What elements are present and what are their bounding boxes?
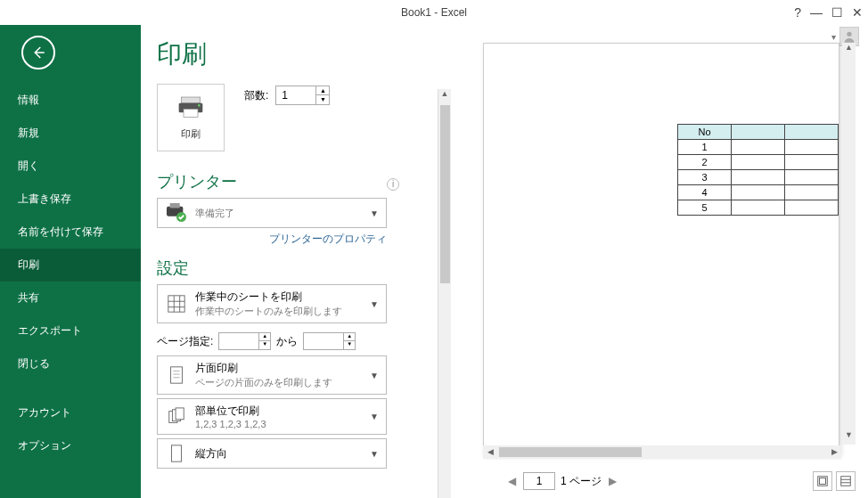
prev-page-button[interactable]: ◀ bbox=[506, 473, 518, 489]
page-range-label: ページ指定: bbox=[157, 334, 213, 349]
copies-input[interactable] bbox=[276, 86, 315, 104]
zoom-to-page-button[interactable] bbox=[836, 471, 856, 491]
copies-spinner[interactable]: ▲ ▼ bbox=[275, 86, 330, 105]
print-preview-area: No 1 2 3 4 5 ▲ ▼ ◀ ▶ ◀ bbox=[467, 37, 868, 498]
printer-status-icon bbox=[165, 203, 188, 223]
spin-up-icon[interactable]: ▲ bbox=[259, 333, 270, 341]
svg-rect-6 bbox=[170, 203, 180, 208]
print-button-label: 印刷 bbox=[181, 127, 201, 141]
single-side-icon bbox=[165, 365, 188, 385]
sidebar-item-new[interactable]: 新規 bbox=[0, 117, 141, 150]
collate-icon bbox=[165, 407, 188, 427]
print-what-selector[interactable]: 作業中のシートを印刷 作業中のシートのみを印刷します ▼ bbox=[157, 284, 387, 323]
svg-rect-20 bbox=[172, 445, 182, 461]
spin-down-icon[interactable]: ▼ bbox=[259, 341, 270, 349]
print-what-sub: 作業中のシートのみを印刷します bbox=[195, 305, 342, 318]
sidebar-item-close[interactable]: 閉じる bbox=[0, 347, 141, 380]
copies-up-icon[interactable]: ▲ bbox=[316, 86, 329, 95]
scroll-thumb[interactable] bbox=[440, 105, 450, 283]
backstage-sidebar: 情報 新規 開く 上書き保存 名前を付けて保存 印刷 共有 エクスポート 閉じる… bbox=[0, 25, 141, 498]
svg-rect-13 bbox=[171, 367, 183, 383]
portrait-icon bbox=[165, 444, 188, 463]
sidebar-item-info[interactable]: 情報 bbox=[0, 84, 141, 117]
page-range-to-label: から bbox=[276, 334, 298, 349]
collate-selector[interactable]: 部単位で印刷 1,2,3 1,2,3 1,2,3 ▼ bbox=[157, 398, 387, 435]
sides-selector[interactable]: 片面印刷 ページの片面のみを印刷します ▼ bbox=[157, 355, 387, 395]
total-pages-label: 1 ページ bbox=[561, 474, 602, 489]
table-row: No bbox=[678, 125, 839, 140]
table-row: 4 bbox=[678, 185, 839, 200]
sheet-icon bbox=[165, 294, 188, 314]
sidebar-item-print[interactable]: 印刷 bbox=[0, 249, 141, 282]
printer-status: 準備完了 bbox=[195, 207, 234, 220]
sidebar-item-account[interactable]: アカウント bbox=[0, 396, 141, 429]
svg-rect-1 bbox=[181, 97, 200, 103]
collate-title: 部単位で印刷 bbox=[195, 404, 266, 419]
chevron-down-icon: ▼ bbox=[370, 449, 379, 459]
copies-down-icon[interactable]: ▼ bbox=[316, 95, 329, 104]
minimize-button[interactable]: — bbox=[810, 5, 823, 20]
printer-selector[interactable]: 準備完了 ▼ bbox=[157, 198, 387, 228]
table-row: 3 bbox=[678, 170, 839, 185]
window-title: Book1 - Excel bbox=[401, 6, 467, 19]
back-button[interactable] bbox=[21, 36, 55, 69]
info-icon[interactable]: i bbox=[387, 178, 399, 191]
svg-point-4 bbox=[198, 104, 201, 107]
preview-vertical-scrollbar[interactable]: ▲ ▼ bbox=[842, 43, 856, 445]
settings-section-title: 設定 bbox=[157, 257, 442, 279]
svg-rect-22 bbox=[820, 478, 826, 485]
chevron-down-icon: ▼ bbox=[370, 371, 379, 380]
help-icon[interactable]: ? bbox=[794, 5, 801, 20]
close-button[interactable]: ✕ bbox=[852, 5, 863, 20]
next-page-button[interactable]: ▶ bbox=[607, 473, 618, 489]
chevron-down-icon: ▼ bbox=[370, 412, 379, 421]
scroll-right-icon[interactable]: ▶ bbox=[827, 445, 841, 459]
orientation-title: 縦方向 bbox=[195, 446, 227, 461]
sides-sub: ページの片面のみを印刷します bbox=[195, 376, 332, 389]
scroll-up-icon[interactable]: ▲ bbox=[438, 89, 451, 103]
table-row: 2 bbox=[678, 155, 839, 170]
chevron-down-icon: ▼ bbox=[370, 299, 379, 309]
scroll-thumb[interactable] bbox=[499, 447, 642, 457]
sidebar-item-share[interactable]: 共有 bbox=[0, 282, 141, 314]
title-bar: Book1 - Excel ? — ☐ ✕ bbox=[0, 0, 868, 25]
page-to-input[interactable] bbox=[304, 333, 343, 349]
scroll-left-icon[interactable]: ◀ bbox=[483, 445, 497, 459]
spin-down-icon[interactable]: ▼ bbox=[344, 341, 355, 349]
sidebar-item-saveas[interactable]: 名前を付けて保存 bbox=[0, 216, 141, 249]
svg-rect-23 bbox=[841, 477, 851, 486]
print-button[interactable]: 印刷 bbox=[157, 84, 225, 151]
preview-horizontal-scrollbar[interactable]: ◀ ▶ bbox=[483, 445, 841, 459]
printer-section-title: プリンター bbox=[157, 171, 237, 192]
printer-properties-link[interactable]: プリンターのプロパティ bbox=[157, 232, 387, 247]
chevron-down-icon: ▼ bbox=[370, 208, 379, 218]
spin-up-icon[interactable]: ▲ bbox=[344, 333, 355, 341]
scroll-up-icon[interactable]: ▲ bbox=[842, 43, 856, 57]
printer-icon bbox=[176, 95, 205, 124]
page-to-spinner[interactable]: ▲▼ bbox=[303, 332, 356, 350]
orientation-selector[interactable]: 縦方向 ▼ bbox=[157, 438, 387, 469]
settings-scrollbar[interactable]: ▲ bbox=[438, 89, 451, 498]
sidebar-item-options[interactable]: オプション bbox=[0, 429, 141, 462]
show-margins-button[interactable] bbox=[813, 471, 832, 491]
page-from-spinner[interactable]: ▲▼ bbox=[218, 332, 271, 350]
print-what-title: 作業中のシートを印刷 bbox=[195, 290, 342, 305]
page-from-input[interactable] bbox=[219, 333, 258, 349]
preview-page: No 1 2 3 4 5 bbox=[483, 43, 839, 455]
print-backstage-main: 印刷 印刷 部数: bbox=[141, 25, 868, 498]
svg-rect-3 bbox=[184, 109, 198, 117]
maximize-button[interactable]: ☐ bbox=[831, 5, 843, 20]
sidebar-item-export[interactable]: エクスポート bbox=[0, 314, 141, 347]
table-row: 5 bbox=[678, 200, 839, 216]
scroll-down-icon[interactable]: ▼ bbox=[842, 430, 856, 445]
svg-rect-8 bbox=[168, 296, 184, 312]
page-title: 印刷 bbox=[157, 37, 442, 71]
preview-table: No 1 2 3 4 5 bbox=[677, 124, 839, 216]
table-row: 1 bbox=[678, 140, 839, 155]
copies-label: 部数: bbox=[244, 88, 268, 103]
svg-rect-19 bbox=[176, 407, 184, 419]
collate-sub: 1,2,3 1,2,3 1,2,3 bbox=[195, 419, 266, 429]
sidebar-item-open[interactable]: 開く bbox=[0, 150, 141, 183]
current-page-input[interactable] bbox=[523, 472, 555, 490]
sidebar-item-save[interactable]: 上書き保存 bbox=[0, 183, 141, 216]
